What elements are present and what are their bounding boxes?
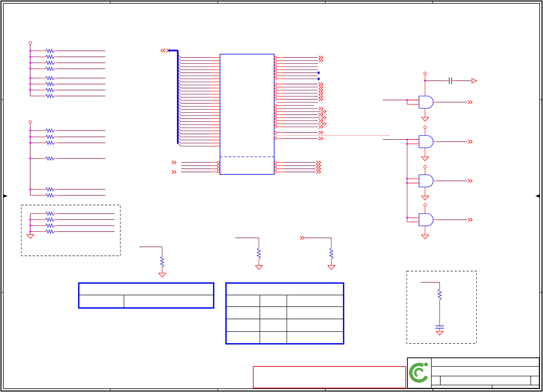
resistor[interactable] [438,289,441,300]
ic-pin-circle[interactable] [274,59,277,62]
off-page-chevron-icon[interactable] [322,116,324,119]
ic-pin-circle[interactable] [217,168,220,170]
off-page-chevron-icon[interactable] [470,101,472,104]
off-page-chevron-icon[interactable] [319,170,321,174]
ic-pin-circle[interactable] [274,164,277,167]
off-page-chevron-icon[interactable] [319,119,321,122]
resistor[interactable] [46,141,54,145]
note-table[interactable] [79,283,214,308]
ic-pin-circle[interactable] [217,164,220,167]
off-page-chevron-icon[interactable] [174,161,176,164]
power-pin-icon[interactable] [424,126,426,129]
off-page-chevron-icon[interactable] [316,164,318,167]
ic-pin-circle[interactable] [274,86,277,88]
off-page-chevron-icon[interactable] [322,122,324,126]
off-page-chevron-icon[interactable] [321,131,323,134]
ic-pin-circle[interactable] [217,161,220,164]
off-page-chevron-icon[interactable] [319,161,321,164]
off-page-chevron-icon[interactable] [321,137,323,140]
ic-pin-circle[interactable] [274,78,277,80]
off-page-chevron-icon[interactable] [324,122,326,126]
off-page-chevron-icon[interactable] [324,116,326,119]
off-page-chevron-icon[interactable] [321,98,323,101]
and-gate[interactable] [419,214,433,226]
off-page-chevron-icon[interactable] [468,179,470,183]
resistor[interactable] [161,256,164,267]
off-page-chevron-icon[interactable] [319,113,321,116]
resistor[interactable] [46,49,54,52]
off-page-chevron-icon[interactable] [316,161,318,164]
annotation-red-box[interactable] [253,366,406,388]
off-page-chevron-icon[interactable] [321,125,323,129]
off-page-chevron-icon[interactable] [319,88,321,92]
off-page-chevron-icon[interactable] [321,107,323,110]
ic-pin-circle[interactable] [274,104,277,107]
bus-chevron-icon[interactable] [163,49,165,52]
resistor[interactable] [46,157,54,160]
off-page-chevron-icon[interactable] [172,170,174,174]
ic-pin-circle[interactable] [274,75,277,77]
resistor[interactable] [46,94,54,98]
off-page-chevron-icon[interactable] [468,218,470,222]
off-page-chevron-icon[interactable] [470,140,472,144]
and-gate[interactable] [419,175,433,187]
ic-pin-circle[interactable] [274,65,277,68]
resistor[interactable] [46,82,54,86]
off-page-chevron-icon[interactable] [174,170,176,174]
resistor[interactable] [46,230,54,233]
off-page-chevron-icon[interactable] [319,167,321,170]
ic-pin-circle[interactable] [274,114,277,116]
off-page-chevron-icon[interactable] [316,167,318,170]
off-page-chevron-icon[interactable] [319,95,321,98]
off-page-chevron-icon[interactable] [319,98,321,101]
power-pin-icon[interactable] [424,204,426,206]
ic-pin-circle[interactable] [274,92,277,94]
ic-pin-circle[interactable] [274,132,277,134]
off-page-chevron-icon[interactable] [172,161,174,164]
off-page-chevron-icon[interactable] [321,119,323,122]
note-table[interactable] [226,283,344,344]
bus-entry-stub[interactable] [178,143,181,146]
ic-pin-circle[interactable] [274,110,277,113]
off-page-chevron-icon[interactable] [319,164,321,167]
bus-chevron-icon[interactable] [161,49,163,52]
ic-pin-circle[interactable] [274,120,277,122]
off-page-chevron-icon[interactable] [319,131,321,134]
and-gate[interactable] [419,96,433,108]
resistor[interactable] [46,67,54,70]
off-page-chevron-icon[interactable] [319,137,321,140]
off-page-chevron-icon[interactable] [319,85,321,89]
ic-pin-circle[interactable] [274,135,277,137]
ic-pin-circle[interactable] [274,126,277,128]
off-page-chevron-icon[interactable] [302,236,304,240]
ic-pin-circle[interactable] [274,107,277,110]
ic-pin-circle[interactable] [217,171,220,173]
off-page-chevron-icon[interactable] [321,95,323,98]
ic-body[interactable] [220,54,274,174]
off-page-chevron-icon[interactable] [316,170,318,174]
ic-pin-circle[interactable] [274,62,277,65]
off-page-chevron-icon[interactable] [321,56,323,59]
ic-pin-circle[interactable] [274,56,277,59]
resistor[interactable] [46,76,54,80]
ic-pin-circle[interactable] [274,83,277,85]
ic-pin-circle[interactable] [274,138,277,140]
off-page-chevron-icon[interactable] [470,218,472,222]
ic-pin-circle[interactable] [274,95,277,97]
off-page-chevron-icon[interactable] [319,125,321,129]
resistor[interactable] [46,224,54,227]
power-pin-icon[interactable] [424,165,426,168]
ic-pin-circle[interactable] [274,117,277,119]
resistor[interactable] [46,212,54,215]
off-page-chevron-icon[interactable] [319,56,321,59]
off-page-chevron-icon[interactable] [321,113,323,116]
off-page-chevron-icon[interactable] [321,82,323,86]
ic-pin-circle[interactable] [274,161,277,164]
bus-chevron-icon[interactable] [166,49,168,52]
power-pin-icon[interactable] [29,121,32,123]
off-page-chevron-icon[interactable] [319,107,321,110]
ic-pin-circle[interactable] [274,123,277,125]
off-page-chevron-icon[interactable] [470,179,472,183]
resistor[interactable] [46,61,54,64]
ic-pin-circle[interactable] [274,168,277,170]
